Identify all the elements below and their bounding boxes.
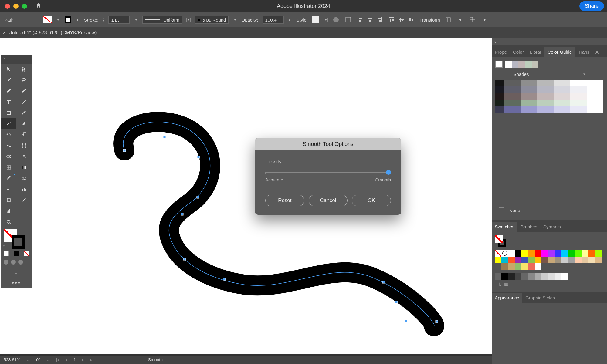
gray-swatch[interactable] (555, 273, 561, 280)
grayscale-swatches[interactable] (495, 273, 604, 280)
panel-tab-prope[interactable]: Prope (492, 47, 510, 57)
color-swatch[interactable] (548, 250, 555, 257)
gradient-mode-icon[interactable] (11, 249, 21, 258)
shades-label[interactable]: Shades (514, 72, 529, 77)
shade-swatch[interactable] (554, 93, 570, 100)
shade-swatch[interactable] (521, 93, 537, 100)
shade-swatch[interactable] (521, 106, 537, 113)
shade-swatch[interactable] (554, 100, 570, 106)
stroke-swatch[interactable] (65, 16, 71, 23)
shaper-tool-icon[interactable] (1, 118, 16, 129)
shade-swatch[interactable] (570, 100, 587, 106)
registration-swatch[interactable] (501, 250, 508, 257)
harmony-swatch[interactable] (532, 61, 538, 68)
align-center-h-icon[interactable] (366, 16, 374, 24)
panel-tab-librar[interactable]: Librar (527, 47, 544, 57)
magic-wand-tool-icon[interactable] (1, 75, 16, 86)
color-swatch[interactable] (521, 263, 528, 270)
color-swatch[interactable] (588, 250, 595, 257)
style-swatch[interactable] (312, 16, 319, 23)
artboard-page[interactable]: 1 (73, 357, 76, 362)
direct-selection-tool-icon[interactable] (16, 64, 32, 75)
select-similar-icon[interactable] (469, 16, 476, 24)
gray-swatch[interactable] (561, 273, 568, 280)
selection-tool-icon[interactable] (1, 64, 16, 75)
panel-tab-symbols[interactable]: Symbols (540, 222, 564, 232)
anchor-point[interactable] (395, 301, 398, 303)
harmony-swatch[interactable] (518, 61, 525, 68)
select-similar-dropdown-icon[interactable]: ▾ (481, 16, 489, 24)
opacity-dropdown-icon[interactable]: ▸ (288, 18, 292, 22)
minimize-window-icon[interactable] (13, 4, 19, 9)
brush-definition[interactable]: 5 pt. Round (195, 16, 229, 24)
shade-swatch[interactable] (495, 93, 504, 100)
symbol-sprayer-tool-icon[interactable] (1, 184, 16, 195)
shade-swatch[interactable] (570, 106, 587, 113)
pen-tool-icon[interactable] (1, 86, 16, 96)
shade-swatch[interactable] (504, 86, 521, 93)
scale-tool-icon[interactable] (16, 129, 32, 140)
home-icon[interactable] (36, 2, 42, 10)
shade-swatch[interactable] (587, 86, 603, 93)
gradient-tool-icon[interactable] (16, 162, 32, 173)
swatches-grid[interactable] (495, 250, 604, 270)
color-swatch[interactable] (582, 257, 588, 263)
shades-grid[interactable] (495, 80, 603, 113)
recolor-artwork-icon[interactable] (332, 16, 340, 24)
rotate-value[interactable]: 0° (36, 357, 40, 362)
shade-swatch[interactable] (554, 86, 570, 93)
swatches-fill-icon[interactable] (495, 235, 503, 243)
style-dropdown-icon[interactable]: ▾ (324, 18, 328, 22)
shade-swatch[interactable] (587, 93, 603, 100)
color-swatch[interactable] (555, 257, 561, 263)
stroke-weight-dropdown-icon[interactable]: ▾ (134, 18, 138, 22)
shades-dropdown-icon[interactable]: ▾ (583, 72, 585, 76)
stroke-dropdown-icon[interactable]: ▾ (76, 18, 80, 22)
shade-swatch[interactable] (554, 106, 570, 113)
lasso-tool-icon[interactable] (16, 75, 32, 86)
shade-swatch[interactable] (537, 106, 554, 113)
shade-swatch[interactable] (537, 80, 554, 86)
color-swatch[interactable] (535, 250, 541, 257)
align-to-icon[interactable] (344, 16, 352, 24)
shade-swatch[interactable] (521, 86, 537, 93)
document-tab[interactable]: Untitled-1* @ 523.61 % (CMYK/Preview) (8, 30, 97, 35)
hand-tool-icon[interactable] (1, 206, 16, 217)
color-swatch[interactable] (521, 250, 528, 257)
fullscreen-window-icon[interactable] (22, 4, 27, 9)
align-right-icon[interactable] (376, 16, 384, 24)
gray-swatch[interactable] (548, 273, 555, 280)
slider-thumb-icon[interactable] (386, 170, 391, 175)
color-swatch[interactable] (575, 250, 582, 257)
color-swatch[interactable] (535, 263, 541, 270)
shade-swatch[interactable] (570, 93, 587, 100)
cancel-button[interactable]: Cancel (309, 195, 348, 206)
close-window-icon[interactable] (5, 4, 10, 9)
harmony-colors[interactable] (505, 61, 538, 68)
anchor-point[interactable] (405, 320, 407, 322)
color-swatch[interactable] (595, 250, 602, 257)
status-dropdown-icon[interactable]: ⌄ (46, 357, 50, 362)
harmony-swatch[interactable] (505, 61, 512, 68)
color-swatch[interactable] (548, 257, 555, 263)
shade-swatch[interactable] (495, 100, 504, 106)
toolbox-close-icon[interactable]: × (3, 56, 5, 61)
anchor-point[interactable] (123, 149, 126, 152)
panel-close-icon[interactable]: × (494, 40, 497, 45)
color-mode-icon[interactable] (1, 249, 11, 258)
draw-normal-icon[interactable] (4, 260, 8, 265)
shade-swatch[interactable] (537, 86, 554, 93)
color-swatch[interactable] (575, 257, 582, 263)
fill-dropdown-icon[interactable]: ▾ (56, 18, 60, 22)
color-swatch[interactable] (561, 250, 568, 257)
opacity-input[interactable] (263, 16, 284, 24)
none-mode-icon[interactable] (22, 249, 32, 258)
slice-tool-icon[interactable] (16, 195, 32, 206)
gray-swatch[interactable] (508, 273, 515, 280)
color-swatch[interactable] (595, 257, 602, 263)
last-artboard-icon[interactable]: ▸| (90, 357, 93, 362)
shade-swatch[interactable] (554, 80, 570, 86)
prev-artboard-icon[interactable]: ◂ (65, 357, 67, 362)
share-button[interactable]: Share (579, 1, 604, 11)
width-tool-icon[interactable] (1, 140, 16, 151)
